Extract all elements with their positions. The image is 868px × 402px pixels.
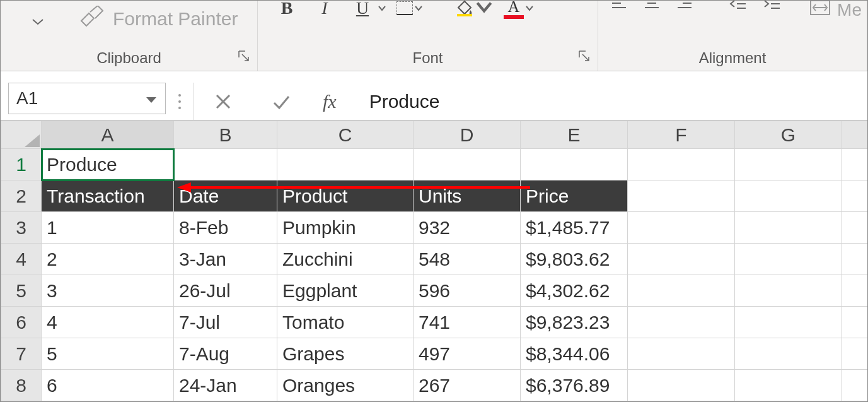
cell[interactable]: Eggplant bbox=[277, 275, 414, 307]
cell[interactable]: 741 bbox=[414, 307, 521, 338]
cell[interactable]: 497 bbox=[414, 338, 521, 370]
col-header-B[interactable]: B bbox=[174, 121, 277, 149]
col-header-F[interactable]: F bbox=[628, 121, 735, 149]
cell[interactable]: 3-Jan bbox=[174, 244, 277, 275]
cell[interactable] bbox=[735, 180, 842, 212]
row-header[interactable]: 4 bbox=[1, 244, 42, 275]
col-header-G[interactable]: G bbox=[735, 121, 842, 149]
row-header[interactable]: 8 bbox=[1, 370, 42, 401]
cell[interactable]: 24-Jan bbox=[174, 370, 277, 401]
cell[interactable]: 1 bbox=[42, 212, 174, 244]
cell[interactable] bbox=[842, 370, 869, 401]
enter-formula-button[interactable] bbox=[252, 86, 310, 117]
cell[interactable]: 4 bbox=[42, 307, 174, 338]
cell[interactable]: 548 bbox=[414, 244, 521, 275]
cell[interactable] bbox=[628, 307, 735, 338]
fx-label[interactable]: fx bbox=[310, 91, 349, 112]
cell[interactable] bbox=[277, 149, 414, 180]
cell[interactable]: 2 bbox=[42, 244, 174, 275]
col-header-C[interactable]: C bbox=[277, 121, 414, 149]
cell[interactable] bbox=[628, 212, 735, 244]
col-header-E[interactable]: E bbox=[521, 121, 628, 149]
cell[interactable]: Date bbox=[174, 180, 277, 212]
row-header[interactable]: 3 bbox=[1, 212, 42, 244]
align-right-button[interactable] bbox=[676, 0, 693, 15]
fill-color-button[interactable] bbox=[454, 0, 494, 19]
cell[interactable]: Produce bbox=[42, 149, 174, 180]
cell[interactable]: $9,803.62 bbox=[521, 244, 628, 275]
row-header[interactable]: 1 bbox=[1, 149, 42, 180]
decrease-indent-button[interactable] bbox=[729, 0, 747, 15]
name-box[interactable]: A1 bbox=[8, 83, 166, 114]
cell[interactable]: Pumpkin bbox=[277, 212, 414, 244]
cell[interactable]: Units bbox=[414, 180, 521, 212]
italic-button[interactable]: I bbox=[311, 0, 339, 21]
cell[interactable] bbox=[842, 307, 869, 338]
cell[interactable]: $9,823.23 bbox=[521, 307, 628, 338]
row-header[interactable]: 6 bbox=[1, 307, 42, 338]
align-center-button[interactable] bbox=[644, 0, 660, 15]
cell[interactable]: Tomato bbox=[277, 307, 414, 338]
paste-dropdown[interactable] bbox=[31, 17, 45, 28]
cell[interactable]: 5 bbox=[42, 338, 174, 370]
row-header[interactable]: 2 bbox=[1, 180, 42, 212]
cell[interactable]: 596 bbox=[414, 275, 521, 307]
borders-button[interactable] bbox=[396, 1, 423, 15]
cell[interactable]: 7-Jul bbox=[174, 307, 277, 338]
cell[interactable]: $8,344.06 bbox=[521, 338, 628, 370]
cell[interactable]: 26-Jul bbox=[174, 275, 277, 307]
formula-input[interactable]: Produce bbox=[349, 83, 867, 120]
cell[interactable]: Grapes bbox=[277, 338, 414, 370]
clipboard-launcher-icon[interactable] bbox=[238, 50, 250, 64]
row-header[interactable]: 5 bbox=[1, 275, 42, 307]
cell[interactable]: $6,376.89 bbox=[521, 370, 628, 401]
cell[interactable] bbox=[521, 149, 628, 180]
select-all-corner[interactable] bbox=[1, 121, 42, 149]
cell[interactable] bbox=[842, 212, 869, 244]
row-header[interactable]: 7 bbox=[1, 338, 42, 370]
cell[interactable] bbox=[735, 338, 842, 370]
cell[interactable] bbox=[735, 275, 842, 307]
increase-indent-button[interactable] bbox=[763, 0, 781, 15]
format-painter-button[interactable]: Format Painter bbox=[79, 6, 238, 32]
underline-button[interactable]: U bbox=[349, 0, 386, 21]
cell[interactable] bbox=[628, 244, 735, 275]
cell[interactable]: 267 bbox=[414, 370, 521, 401]
col-header-A[interactable]: A bbox=[42, 121, 174, 149]
cell[interactable] bbox=[842, 180, 869, 212]
cell[interactable]: Price bbox=[521, 180, 628, 212]
cell[interactable] bbox=[628, 370, 735, 401]
cell[interactable]: 3 bbox=[42, 275, 174, 307]
cell[interactable] bbox=[735, 370, 842, 401]
font-color-button[interactable]: A bbox=[504, 0, 534, 19]
col-header-blank[interactable] bbox=[842, 121, 869, 149]
col-header-D[interactable]: D bbox=[414, 121, 521, 149]
cell[interactable] bbox=[735, 307, 842, 338]
cell[interactable] bbox=[735, 149, 842, 180]
cell[interactable] bbox=[174, 149, 277, 180]
align-left-button[interactable] bbox=[611, 0, 627, 15]
cell[interactable]: $1,485.77 bbox=[521, 212, 628, 244]
cell[interactable]: 932 bbox=[414, 212, 521, 244]
merge-center-button[interactable]: Me bbox=[809, 0, 862, 21]
cell[interactable]: Oranges bbox=[277, 370, 414, 401]
cell[interactable]: 8-Feb bbox=[174, 212, 277, 244]
font-launcher-icon[interactable] bbox=[579, 50, 590, 64]
cell[interactable] bbox=[628, 338, 735, 370]
cell[interactable] bbox=[842, 149, 869, 180]
cell[interactable]: Product bbox=[277, 180, 414, 212]
cell[interactable]: Zucchini bbox=[277, 244, 414, 275]
cell[interactable] bbox=[628, 275, 735, 307]
cell[interactable]: $4,302.62 bbox=[521, 275, 628, 307]
cell[interactable] bbox=[628, 149, 735, 180]
cell[interactable] bbox=[735, 244, 842, 275]
cell[interactable] bbox=[842, 275, 869, 307]
cell[interactable] bbox=[735, 212, 842, 244]
cell[interactable] bbox=[628, 180, 735, 212]
bold-button[interactable]: B bbox=[273, 0, 301, 21]
cell[interactable]: 7-Aug bbox=[174, 338, 277, 370]
cell[interactable] bbox=[842, 244, 869, 275]
cancel-formula-button[interactable] bbox=[194, 86, 252, 117]
cell[interactable]: Transaction bbox=[42, 180, 174, 212]
cell[interactable] bbox=[842, 338, 869, 370]
